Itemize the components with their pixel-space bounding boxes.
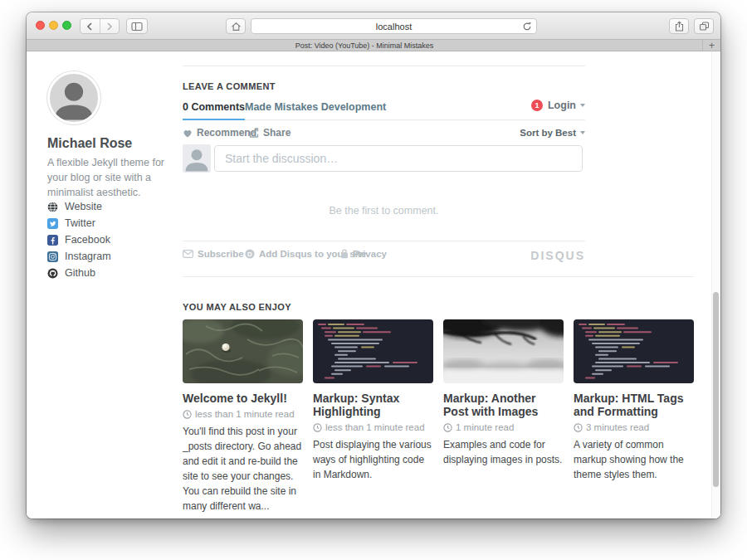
related-card: Welcome to Jekyll! less than 1 minute re… — [183, 319, 303, 514]
moss-photo-thumbnail — [183, 319, 303, 383]
sidebar-item-website[interactable]: Website — [47, 198, 111, 215]
chevron-left-icon — [85, 22, 95, 32]
read-time: less than 1 minute read — [313, 422, 433, 432]
tab-comments-count[interactable]: 0 Comments — [183, 101, 245, 120]
privacy-label: Privacy — [353, 249, 387, 259]
close-button[interactable] — [36, 21, 45, 30]
tab-title: Post: Video (YouTube) - Minimal Mistakes — [295, 41, 434, 50]
person-icon — [50, 74, 98, 122]
page-content: Michael Rose A flexible Jekyll theme for… — [27, 51, 720, 519]
related-post-title[interactable]: Markup: HTML Tags and Formatting — [574, 392, 694, 418]
globe-icon — [47, 202, 58, 212]
disqus-icon: D — [245, 249, 255, 259]
read-time-label: less than 1 minute read — [325, 422, 425, 432]
url-text: localhost — [376, 22, 412, 32]
disqus-actions: Recommend Share Sort by Best — [183, 127, 585, 140]
code-editor-thumbnail — [574, 319, 694, 383]
subscribe-link[interactable]: Subscribe — [183, 249, 244, 259]
disqus-footer: Subscribe D Add Disqus to your site Priv… — [183, 249, 585, 264]
related-post-title[interactable]: Markup: Syntax Highlighting — [313, 392, 433, 418]
clock-icon — [443, 423, 452, 432]
link-label: Github — [65, 267, 95, 279]
login-button[interactable]: 1 Login — [531, 100, 585, 111]
comment-input[interactable] — [214, 145, 583, 172]
minimize-button[interactable] — [49, 21, 58, 30]
link-label: Twitter — [65, 217, 95, 229]
related-cards: Welcome to Jekyll! less than 1 minute re… — [183, 319, 694, 514]
forward-button[interactable] — [100, 19, 120, 33]
link-label: Instagram — [65, 251, 111, 262]
person-icon — [183, 144, 211, 173]
login-label: Login — [548, 100, 576, 111]
comments-heading: LEAVE A COMMENT — [183, 81, 276, 91]
recommend-label: Recommend — [197, 127, 256, 139]
link-label: Website — [65, 201, 102, 212]
clock-icon — [313, 423, 322, 432]
chevron-right-icon — [105, 22, 114, 32]
home-icon — [231, 22, 242, 32]
related-card: Markup: Syntax Highlighting less than 1 … — [313, 319, 433, 514]
clock-icon — [574, 423, 583, 432]
sidebar-item-facebook[interactable]: Facebook — [47, 231, 111, 248]
divider — [183, 276, 694, 277]
related-heading: YOU MAY ALSO ENJOY — [183, 302, 291, 312]
sidebar-item-instagram[interactable]: Instagram — [47, 248, 111, 265]
sidebar-item-github[interactable]: Github — [47, 265, 111, 281]
twitter-icon — [47, 218, 58, 229]
svg-text:D: D — [247, 251, 252, 258]
foggy-trees-photo-thumbnail — [443, 319, 564, 383]
browser-toolbar: localhost — [27, 12, 720, 40]
related-post-excerpt: A variety of common markup showing how t… — [574, 437, 694, 482]
zoom-button[interactable] — [62, 21, 71, 30]
github-icon — [47, 268, 58, 279]
reload-icon[interactable] — [522, 22, 532, 32]
sort-label: Sort by Best — [520, 128, 576, 138]
scrollbar-track[interactable] — [711, 51, 720, 519]
home-button[interactable] — [226, 18, 246, 34]
chevron-down-icon — [580, 131, 585, 134]
empty-state-message: Be the first to comment. — [183, 205, 585, 217]
chevron-down-icon — [580, 104, 585, 107]
instagram-icon — [47, 251, 58, 262]
read-time: less than 1 minute read — [183, 409, 303, 419]
avatar — [47, 71, 100, 124]
scrollbar-thumb[interactable] — [713, 292, 719, 487]
share-thread-button[interactable]: Share — [249, 127, 290, 139]
lock-icon — [340, 249, 349, 259]
privacy-link[interactable]: Privacy — [340, 249, 387, 259]
divider — [183, 66, 585, 66]
notification-badge: 1 — [531, 100, 543, 111]
facebook-icon — [47, 235, 58, 246]
read-time: 3 minutes read — [574, 422, 694, 432]
heart-icon — [183, 129, 193, 138]
address-bar[interactable]: localhost — [251, 18, 537, 34]
new-tab-button[interactable]: + — [702, 40, 720, 51]
divider — [183, 241, 585, 241]
related-card: Markup: HTML Tags and Formatting 3 minut… — [574, 319, 694, 514]
read-time-label: less than 1 minute read — [195, 409, 295, 419]
plus-icon: + — [709, 40, 715, 51]
sort-dropdown[interactable]: Sort by Best — [520, 128, 585, 138]
sidebar-toggle-button[interactable] — [126, 18, 148, 34]
tab-current[interactable]: Post: Video (YouTube) - Minimal Mistakes — [27, 40, 702, 51]
forum-link[interactable]: Made Mistakes Development — [245, 101, 386, 113]
envelope-icon — [183, 250, 193, 258]
author-links: Website Twitter Facebook Instagram Githu… — [47, 198, 111, 281]
related-post-title[interactable]: Welcome to Jekyll! — [183, 392, 303, 405]
author-bio: A flexible Jekyll theme for your blog or… — [47, 156, 173, 200]
related-card: Markup: Another Post with Images 1 minut… — [443, 319, 564, 514]
tab-bar: Post: Video (YouTube) - Minimal Mistakes… — [27, 40, 720, 51]
commenter-avatar — [183, 144, 211, 173]
share-arrow-icon — [249, 128, 259, 138]
share-button[interactable] — [669, 18, 689, 34]
related-post-title[interactable]: Markup: Another Post with Images — [443, 392, 564, 418]
tabs-icon — [699, 21, 710, 32]
disqus-brand[interactable]: DISQUS — [530, 249, 585, 262]
recommend-button[interactable]: Recommend — [183, 127, 256, 139]
sidebar-item-twitter[interactable]: Twitter — [47, 215, 111, 231]
sidebar-icon — [131, 22, 143, 32]
tab-overview-button[interactable] — [694, 18, 714, 34]
back-button[interactable] — [81, 19, 100, 33]
subscribe-label: Subscribe — [198, 249, 244, 259]
read-time-label: 3 minutes read — [586, 422, 649, 432]
